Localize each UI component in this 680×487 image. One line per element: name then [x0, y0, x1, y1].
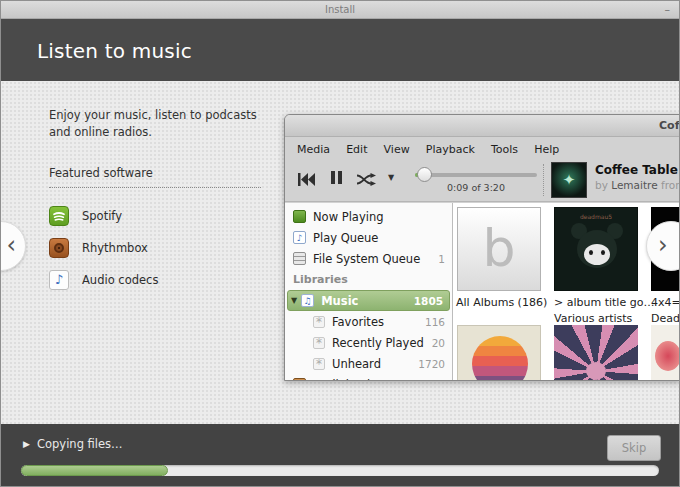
menu-edit[interactable]: Edit	[346, 143, 367, 156]
now-playing-icon	[293, 210, 306, 223]
file-system-queue-icon	[293, 252, 306, 265]
rb-toolbar: ▼ 0:09 of 3:20 ✦ Coffee Table by Lemaitr…	[285, 158, 679, 202]
gear-icon: *	[313, 358, 325, 370]
menu-tools[interactable]: Tools	[491, 143, 518, 156]
spotify-icon	[49, 206, 69, 226]
rb-titlebar: Coffee Table	[285, 115, 679, 137]
window-titlebar: Install –	[1, 1, 679, 19]
window-title: Install	[325, 4, 355, 15]
sidebar-item-file-system-queue[interactable]: File System Queue 1	[285, 248, 452, 269]
featured-software-list: Spotify Rhythmbox ♪ Audio codecs	[49, 200, 271, 296]
install-status-text: Copying files…	[37, 437, 123, 451]
progress-fill	[21, 465, 168, 476]
prev-slide-button[interactable]: ‹	[1, 221, 26, 271]
slide-description: Enjoy your music, listen to podcasts and…	[49, 107, 271, 142]
album-tile-deadmau5[interactable]: deadmau5	[554, 207, 638, 291]
installer-window: Install – Listen to music Enjoy your mus…	[0, 0, 680, 487]
album-label: All Albums (186)	[456, 295, 547, 311]
music-icon: ♫	[301, 294, 314, 307]
seek-slider[interactable]	[415, 173, 537, 177]
album-tile-sunset[interactable]	[457, 325, 541, 380]
item-count: 20	[432, 337, 445, 349]
artist-name: Lemaitre	[611, 179, 657, 191]
album-tile-all-albums[interactable]: b	[457, 207, 541, 291]
item-count: 1720	[418, 358, 445, 370]
album-tile-flower[interactable]	[651, 325, 679, 380]
audio-codecs-icon: ♪	[49, 270, 69, 290]
rb-sidebar: Now Playing ♪ Play Queue File System Que…	[285, 203, 453, 380]
progress-track	[21, 465, 659, 476]
menu-media[interactable]: Media	[297, 143, 330, 156]
rhythmbox-icon	[49, 238, 69, 258]
featured-item-label: Spotify	[82, 209, 122, 223]
album-label: > album title go… Various artists	[554, 295, 654, 327]
featured-item-label: Rhythmbox	[82, 241, 148, 255]
chevron-down-icon[interactable]: ▼	[388, 173, 394, 182]
sidebar-item-unheard[interactable]: * Unheard 1720	[285, 353, 452, 374]
album-art-thumbnail: ✦	[551, 162, 587, 198]
now-playing-info: Coffee Table by Lemaitre from F	[595, 163, 679, 191]
gear-icon: *	[313, 316, 325, 328]
previous-track-icon[interactable]	[298, 171, 315, 190]
menu-view[interactable]: View	[384, 143, 410, 156]
item-count: 116	[425, 316, 445, 328]
sidebar-item-recently-played[interactable]: * Recently Played 20	[285, 332, 452, 353]
album-art-text: deadmau5	[555, 213, 637, 220]
sidebar-item-audiobooks[interactable]: Audiobooks	[285, 374, 452, 380]
sidebar-item-play-queue[interactable]: ♪ Play Queue	[285, 227, 452, 248]
toolbar-separator	[543, 164, 544, 196]
album-tile-kaleidoscope[interactable]	[554, 325, 638, 380]
expander-icon[interactable]: ▼	[291, 296, 297, 305]
rb-body: Now Playing ♪ Play Queue File System Que…	[285, 203, 679, 380]
menu-playback[interactable]: Playback	[426, 143, 475, 156]
play-queue-icon: ♪	[293, 231, 306, 244]
libraries-heading: Libraries	[285, 269, 452, 290]
rb-menubar: Media Edit View Playback Tools Help	[285, 137, 679, 158]
slide-content: Enjoy your music, listen to podcasts and…	[1, 81, 679, 424]
page-title: Listen to music	[1, 19, 679, 83]
install-progress-bar-area: ▶ Copying files… Skip	[1, 424, 679, 486]
song-artist-line: by Lemaitre from F	[595, 179, 679, 191]
playback-time: 0:09 of 3:20	[415, 182, 537, 193]
seek-slider-handle[interactable]	[417, 167, 432, 182]
rb-window-title: Coffee Table	[659, 119, 679, 132]
shuffle-icon[interactable]	[357, 171, 377, 190]
album-grid: b deadmau5 All Albums (186) > album titl…	[453, 203, 679, 380]
pause-icon[interactable]	[331, 171, 342, 184]
gear-icon: *	[313, 337, 325, 349]
song-title: Coffee Table	[595, 163, 679, 177]
sidebar-item-now-playing[interactable]: Now Playing	[285, 206, 452, 227]
featured-item-label: Audio codecs	[82, 273, 158, 287]
expander-triangle-icon[interactable]: ▶	[23, 439, 30, 449]
rhythmbox-screenshot: Coffee Table Media Edit View Playback To…	[284, 114, 679, 381]
slide-header: Listen to music	[1, 19, 679, 81]
item-count: 1805	[414, 295, 443, 307]
featured-item-audio-codecs: ♪ Audio codecs	[49, 264, 271, 296]
skip-button[interactable]: Skip	[607, 435, 661, 461]
featured-item-spotify: Spotify	[49, 200, 271, 232]
sidebar-item-music[interactable]: ▼ ♫ Music 1805	[287, 290, 450, 311]
featured-software-heading: Featured software	[49, 166, 261, 188]
album-label: 4x4= Dead	[651, 295, 679, 327]
item-count: 1	[438, 253, 445, 265]
featured-item-rhythmbox: Rhythmbox	[49, 232, 271, 264]
slide-text-column: Enjoy your music, listen to podcasts and…	[49, 107, 271, 296]
menu-help[interactable]: Help	[534, 143, 559, 156]
sidebar-item-favorites[interactable]: * Favorites 116	[285, 311, 452, 332]
audiobooks-icon	[293, 378, 306, 380]
minimize-button[interactable]: –	[665, 1, 671, 18]
